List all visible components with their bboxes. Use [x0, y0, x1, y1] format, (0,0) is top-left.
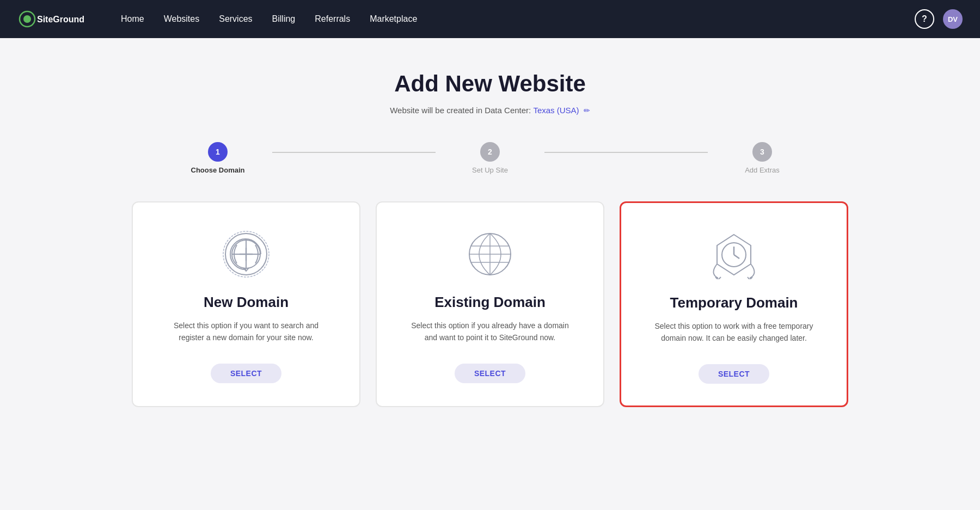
temporary-domain-card[interactable]: Temporary Domain Select this option to w… — [620, 201, 848, 407]
subtitle-text: Website will be created in Data Center: — [390, 106, 531, 115]
temporary-domain-title: Temporary Domain — [670, 294, 798, 311]
existing-domain-select-button[interactable]: SELECT — [455, 364, 525, 383]
nav-right: ? DV — [915, 9, 963, 29]
temporary-domain-select-button[interactable]: SELECT — [699, 364, 769, 384]
existing-domain-title: Existing Domain — [434, 294, 546, 311]
nav-home[interactable]: Home — [121, 14, 144, 24]
new-domain-title: New Domain — [204, 294, 289, 311]
new-domain-card[interactable]: New Domain Select this option if you wan… — [132, 201, 360, 407]
nav-services[interactable]: Services — [219, 14, 252, 24]
edit-datacenter-icon[interactable]: ✏ — [584, 106, 590, 115]
help-button[interactable]: ? — [915, 9, 934, 29]
step-add-extras: 3 Add Extras — [708, 142, 817, 174]
step-2-label: Set Up Site — [472, 166, 508, 174]
existing-domain-card[interactable]: Existing Domain Select this option if yo… — [376, 201, 604, 407]
svg-line-17 — [734, 255, 739, 259]
existing-domain-desc: Select this option if you already have a… — [408, 319, 572, 344]
stepper: 1 Choose Domain 2 Set Up Site 3 Add Extr… — [131, 142, 849, 174]
page-title: Add New Website — [131, 71, 849, 97]
temporary-domain-icon — [709, 230, 758, 279]
nav-links: Home Websites Services Billing Referrals… — [121, 14, 893, 24]
step-3-label: Add Extras — [745, 166, 780, 174]
step-3-circle: 3 — [752, 142, 772, 162]
new-domain-select-button[interactable]: SELECT — [211, 364, 281, 383]
user-avatar[interactable]: DV — [943, 9, 963, 29]
step-set-up-site: 2 Set Up Site — [436, 142, 544, 174]
step-connector-2 — [544, 152, 708, 153]
domain-cards: New Domain Select this option if you wan… — [131, 201, 849, 407]
existing-domain-icon — [465, 230, 514, 279]
nav-billing[interactable]: Billing — [272, 14, 296, 24]
step-1-circle: 1 — [208, 142, 228, 162]
step-1-label: Choose Domain — [191, 166, 245, 174]
step-connector-1 — [272, 152, 436, 153]
step-choose-domain: 1 Choose Domain — [163, 142, 272, 174]
main-content: Add New Website Website will be created … — [109, 38, 871, 429]
page-subtitle: Website will be created in Data Center: … — [131, 106, 849, 115]
nav-websites[interactable]: Websites — [164, 14, 200, 24]
temporary-domain-desc: Select this option to work with a free t… — [652, 320, 816, 345]
nav-referrals[interactable]: Referrals — [315, 14, 350, 24]
step-2-circle: 2 — [480, 142, 500, 162]
nav-marketplace[interactable]: Marketplace — [370, 14, 417, 24]
new-domain-desc: Select this option if you want to search… — [164, 319, 328, 344]
new-domain-icon — [222, 230, 271, 279]
svg-text:SiteGround: SiteGround — [37, 15, 84, 24]
datacenter-link[interactable]: Texas (USA) — [533, 106, 579, 115]
main-nav: SiteGround Home Websites Services Billin… — [0, 0, 980, 38]
logo[interactable]: SiteGround — [17, 8, 88, 30]
